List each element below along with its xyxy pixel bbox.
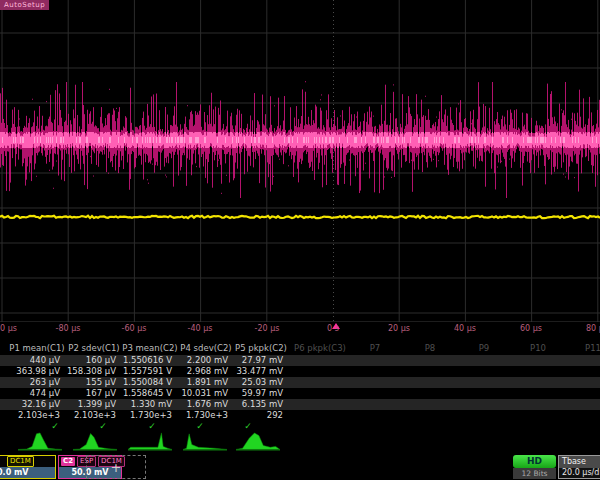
c1-coupling-badge: DC1M <box>7 456 34 467</box>
histicon-P5[interactable] <box>236 431 280 455</box>
param-value-P3-row2: 1.550084 V <box>112 377 172 388</box>
param-value-P5-row5: 292 <box>223 410 283 421</box>
param-value-P5-row1: 33.477 mV <box>223 366 283 377</box>
c1-descriptor-box[interactable]: DC1M 10.0 mV <box>0 455 56 479</box>
param-value-P1-row2: 263 µV <box>0 377 60 388</box>
param-header-P5[interactable]: P5 pkpk(C2) <box>235 343 287 353</box>
param-value-P4-row3: 10.031 mV <box>168 388 228 399</box>
parameter-header-row: P1 mean(C1)P2 sdev(C1)P3 mean(C2)P4 sdev… <box>0 343 600 354</box>
param-value-P1-row3: 474 µV <box>0 388 60 399</box>
param-row-4: 32.16 µV1.399 µV1.330 mV1.676 mV6.135 mV <box>0 399 600 410</box>
x-axis-label-0: -100 µs <box>0 324 17 333</box>
histicon-shape <box>18 433 62 450</box>
x-axis-label-8: 60 µs <box>520 324 542 333</box>
param-header-P8[interactable]: P8 <box>425 343 436 353</box>
param-row-0: 440 µV160 µV1.550616 V2.200 mV27.97 mV <box>0 355 600 366</box>
param-row-3: 474 µV167 µV1.558645 V10.031 mV59.97 mV <box>0 388 600 399</box>
histicon-P3[interactable] <box>128 431 172 455</box>
histicon-P2[interactable] <box>73 431 117 455</box>
x-axis-label-7: 40 µs <box>454 324 476 333</box>
x-axis-label-6: 20 µs <box>388 324 410 333</box>
param-value-P4-row0: 2.200 mV <box>168 355 228 366</box>
param-value-P5-row3: 59.97 mV <box>223 388 283 399</box>
param-value-P1-row5: 2.103e+3 <box>0 410 60 421</box>
scope-plot <box>0 0 600 322</box>
param-header-P11[interactable]: P11 <box>585 343 600 353</box>
x-axis-label-4: -20 µs <box>255 324 280 333</box>
bottom-bar: DC1M 10.0 mV C2 ESP DC1M 50.0 mV + HD 12… <box>0 454 600 480</box>
hd-bits-label: 12 Bits <box>513 468 556 479</box>
param-value-P5-row2: 25.03 mV <box>223 377 283 388</box>
histicon-shape <box>236 433 280 450</box>
param-row-5: 2.103e+32.103e+31.730e+31.730e+3292 <box>0 410 600 421</box>
waveform-grid: AutoSetup <box>0 0 600 322</box>
c1-vdiv-value: 10.0 mV <box>0 467 55 478</box>
c1-descriptor-top: DC1M <box>0 456 55 467</box>
x-axis-label-9: 80 µs <box>586 324 600 333</box>
x-axis-label-1: -80 µs <box>56 324 81 333</box>
param-header-P10[interactable]: P10 <box>530 343 546 353</box>
histicon-shape <box>73 433 117 449</box>
timebase-box[interactable]: Tbase 20.0 µs/div <box>558 455 600 479</box>
param-value-P2-row3: 167 µV <box>56 388 116 399</box>
x-axis-label-2: -60 µs <box>122 324 147 333</box>
param-value-P3-row1: 1.557591 V <box>112 366 172 377</box>
c2-channel-badge: C2 <box>61 457 75 466</box>
param-value-P3-row0: 1.550616 V <box>112 355 172 366</box>
param-value-P2-row1: 158.308 µV <box>56 366 116 377</box>
param-header-P9[interactable]: P9 <box>479 343 490 353</box>
timebase-label: Tbase <box>559 456 600 468</box>
param-value-P1-row4: 32.16 µV <box>0 399 60 410</box>
parameter-table: P1 mean(C1)P2 sdev(C1)P3 mean(C2)P4 sdev… <box>0 341 600 432</box>
plus-icon: + <box>111 460 122 475</box>
hd-mode-indicator[interactable]: HD 12 Bits <box>513 455 556 479</box>
param-value-P4-row2: 1.891 mV <box>168 377 228 388</box>
param-header-P7[interactable]: P7 <box>370 343 381 353</box>
histicon-shape <box>183 434 227 450</box>
param-row-2: 263 µV155 µV1.550084 V1.891 mV25.03 mV <box>0 377 600 388</box>
timebase-value: 20.0 µs/div <box>559 468 600 478</box>
param-value-P2-row4: 1.399 µV <box>56 399 116 410</box>
time-axis: -100 µs-80 µs-60 µs-40 µs-20 µs0 s20 µs4… <box>0 322 600 340</box>
param-value-P4-row1: 2.968 mV <box>168 366 228 377</box>
param-value-P5-row4: 6.135 mV <box>223 399 283 410</box>
param-value-P1-row1: 363.98 µV <box>0 366 60 377</box>
param-value-P3-row4: 1.330 mV <box>112 399 172 410</box>
param-value-P2-row5: 2.103e+3 <box>56 410 116 421</box>
param-value-P2-row2: 155 µV <box>56 377 116 388</box>
param-header-P6[interactable]: P6 pkpk(C3) <box>294 343 346 353</box>
param-value-P2-row0: 160 µV <box>56 355 116 366</box>
param-row-1: 363.98 µV158.308 µV1.557591 V2.968 mV33.… <box>0 366 600 377</box>
param-header-P2[interactable]: P2 sdev(C1) <box>68 343 119 353</box>
param-value-P4-row5: 1.730e+3 <box>168 410 228 421</box>
oscilloscope-screen: AutoSetup -100 µs-80 µs-60 µs-40 µs-20 µ… <box>0 0 600 480</box>
x-axis-label-3: -40 µs <box>188 324 213 333</box>
autosetup-annotation[interactable]: AutoSetup <box>0 0 49 10</box>
histicon-P4[interactable] <box>183 431 227 455</box>
param-value-P3-row3: 1.558645 V <box>112 388 172 399</box>
param-header-P4[interactable]: P4 sdev(C2) <box>180 343 231 353</box>
param-value-P5-row0: 27.97 mV <box>223 355 283 366</box>
param-value-P3-row5: 1.730e+3 <box>112 410 172 421</box>
hd-badge: HD <box>513 455 556 468</box>
add-trace-button[interactable]: + <box>86 455 146 479</box>
param-value-P1-row0: 440 µV <box>0 355 60 366</box>
param-value-P4-row4: 1.676 mV <box>168 399 228 410</box>
histicon-shape <box>128 433 172 450</box>
param-header-P1[interactable]: P1 mean(C1) <box>9 343 64 353</box>
param-header-P3[interactable]: P3 mean(C2) <box>122 343 177 353</box>
x-axis-label-5: 0 s <box>327 324 339 333</box>
c1-trace <box>0 216 600 218</box>
histicon-P1[interactable] <box>18 431 62 455</box>
histicon-row <box>0 430 600 454</box>
